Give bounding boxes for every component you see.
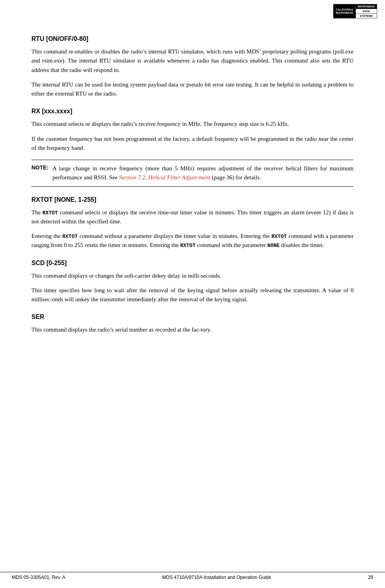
logo-systems-text: SYSTEMS [356,14,377,18]
logo-california: CALIFORNIA MICROWAVE [334,4,355,18]
footer-right: 29 [368,575,373,580]
rx-heading: RX [xxx.xxxx] [31,108,354,115]
page: CALIFORNIA MICROWAVE MICROWAVE DATA SYST… [0,0,385,588]
rtu-para-1: This command re-enables or disables the … [31,47,354,75]
note-link[interactable]: Section 7.2, Helical Filter Adjust-ment [119,174,210,181]
scd-para-2: This timer specifies how long to wait af… [31,286,354,304]
rx-para-1: This command selects or displays the rad… [31,120,354,129]
scd-para-1: This command displays or changes the sof… [31,271,354,280]
scd-heading: SCD [0-255] [31,260,354,267]
rxtot-mono-4: RXTOT [180,243,196,249]
rxtot-mono-2: RXTOT [62,234,78,240]
footer-left: MDS 05-3305A01, Rev. A [12,575,66,580]
none-mono: NONE [268,243,280,249]
ser-heading: SER [31,313,354,321]
ser-para-1: This command displays the radio’s serial… [31,325,354,334]
note-label: NOTE: [31,164,49,171]
logo-microwave-text: MICROWAVE [356,4,377,9]
rx-para-2: If the customer frequency has not been p… [31,135,354,153]
header-logo: CALIFORNIA MICROWAVE MICROWAVE DATA SYST… [333,4,377,18]
note-box: NOTE: A large change in receive frequenc… [31,160,354,187]
main-content: RTU [ON/OFF/0-80] This command re-enable… [31,35,354,335]
footer-center: MDS 4710A/9710A Installation and Operati… [162,575,271,580]
rtu-para-2: The internal RTU can be used for testing… [31,80,354,99]
rxtot-para-2: Entering the RXTOT command without a par… [31,232,354,250]
footer: MDS 05-3305A01, Rev. A MDS 4710A/9710A I… [0,572,385,580]
rxtot-para-1: The RXTOT command selects or displays th… [31,208,354,227]
rtu-heading: RTU [ON/OFF/0-80] [31,35,354,42]
logo-right: MICROWAVE DATA SYSTEMS [356,4,377,18]
rxtot-mono-3: RXTOT [271,234,287,240]
logo-data-text: DATA [356,9,377,14]
note-content: A large change in receive frequency (mor… [53,164,354,182]
rxtot-mono-1: RXTOT [42,210,58,216]
rxtot-heading: RXTOT [NONE, 1-255] [31,196,354,203]
